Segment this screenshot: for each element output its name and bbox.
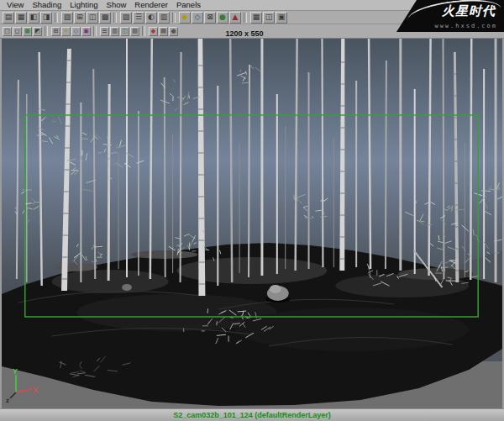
camera-label: S2_cam032b_101_124 (defaultRenderLayer) [173, 411, 331, 419]
axis-x-label: X [33, 386, 38, 394]
menu-item-show[interactable]: Show [102, 0, 131, 10]
axis-z-label: z [6, 397, 9, 404]
resolution-label: 1200 x 550 [225, 29, 263, 38]
toolbar-icon[interactable]: ☰ [100, 27, 109, 36]
toolbar-icon[interactable]: ▧ [61, 12, 73, 24]
toolbar-icon[interactable]: ▨ [130, 27, 139, 36]
logo-url: www.hxsd.com [434, 23, 497, 29]
toolbar-separator [93, 26, 97, 36]
axis-z-line [10, 392, 16, 398]
menu-item-lighting[interactable]: Lighting [66, 0, 102, 10]
toolbar-icon[interactable]: ◇ [192, 12, 203, 24]
toolbar-separator [45, 26, 48, 36]
toolbar-icon[interactable]: ⊞ [74, 12, 86, 24]
toolbar-icon[interactable]: ▢ [3, 27, 12, 36]
maya-panel-window: ViewShadingLightingShowRendererPanels ▤▦… [0, 0, 504, 421]
toolbar-icon[interactable]: ▥ [110, 27, 119, 36]
toolbar-icon[interactable]: ▦ [15, 12, 27, 24]
menu-item-shading[interactable]: Shading [28, 0, 66, 10]
toolbar-separator [172, 13, 176, 23]
toolbar-icon[interactable]: ▤ [3, 12, 14, 24]
camera-status-bar: S2_cam032b_101_124 (defaultRenderLayer) [0, 408, 504, 421]
toolbar-icon[interactable]: ◐ [145, 12, 157, 24]
toolbar-icon[interactable]: ◇ [71, 27, 81, 36]
toolbar-icon[interactable]: ▲ [229, 12, 241, 24]
toolbar-icon[interactable]: + [61, 27, 71, 36]
toolbar-icon[interactable]: ◩ [33, 27, 42, 36]
toolbar-icon[interactable]: ◫ [120, 27, 129, 36]
toolbar-separator [55, 13, 58, 23]
toolbar-icon[interactable]: ● [217, 12, 228, 24]
viewport[interactable]: Y X z [0, 39, 504, 408]
toolbar-icon[interactable]: ⊠ [204, 12, 216, 24]
toolbar-icon[interactable]: ◆ [149, 27, 158, 36]
toolbar-icon[interactable]: ◆ [179, 12, 191, 24]
toolbar-icon[interactable]: ▨ [120, 12, 132, 24]
toolbar-icon[interactable]: ● [169, 27, 178, 36]
toolbar-icon[interactable]: ▥ [158, 12, 170, 24]
toolbar-separator [244, 13, 247, 23]
toolbar-separator [142, 26, 145, 36]
menu-item-renderer[interactable]: Renderer [130, 0, 172, 10]
toolbar-icon[interactable]: ⊞ [51, 27, 60, 36]
menu-item-view[interactable]: View [3, 0, 28, 10]
axis-gizmo: Y X z [5, 367, 40, 404]
toolbar-icon[interactable]: ◫ [87, 12, 98, 24]
toolbar-icon[interactable]: ▤ [159, 27, 168, 36]
toolbar-icon[interactable]: ▦ [250, 12, 262, 24]
toolbar-icon[interactable]: ☰ [133, 12, 144, 24]
toolbar-icon[interactable]: ◻ [13, 27, 22, 36]
toolbar-icon[interactable]: ◨ [40, 12, 52, 24]
toolbar-separator [113, 13, 117, 23]
toolbar-icon[interactable]: ▣ [81, 27, 91, 36]
toolbar-icon[interactable]: ▣ [276, 12, 287, 24]
viewport-scene [2, 39, 502, 408]
axis-y-label: Y [13, 367, 18, 376]
menu-item-panels[interactable]: Panels [172, 0, 205, 10]
toolbar-icon[interactable]: ▦ [23, 27, 32, 36]
logo-title: 火星时代 [442, 3, 496, 19]
toolbar-icon[interactable]: ◫ [263, 12, 275, 24]
axis-x-line [16, 389, 32, 392]
toolbar-icon[interactable]: ▩ [99, 12, 111, 24]
toolbar-icon[interactable]: ◧ [28, 12, 39, 24]
